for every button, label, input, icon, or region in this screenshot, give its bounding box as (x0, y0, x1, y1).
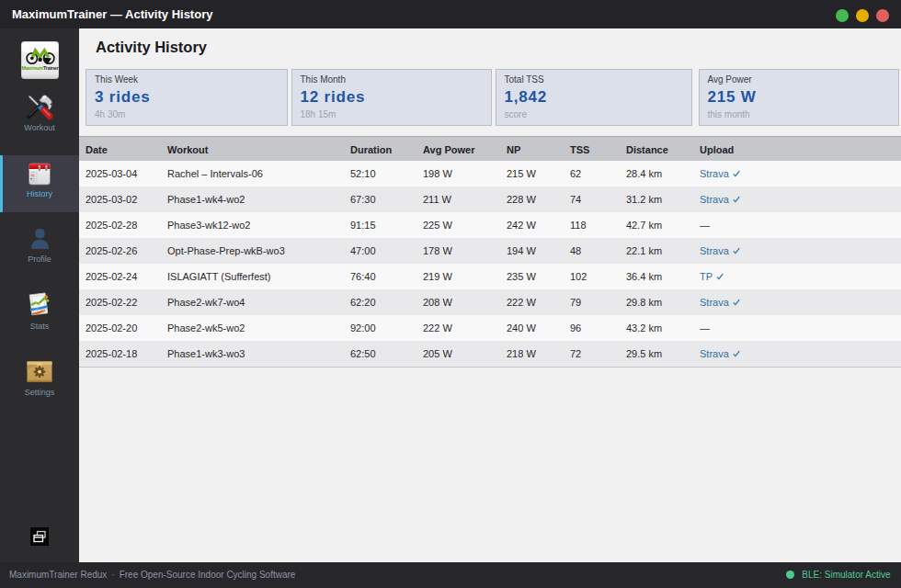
svg-text:MaximumTrainer: MaximumTrainer (21, 64, 59, 70)
